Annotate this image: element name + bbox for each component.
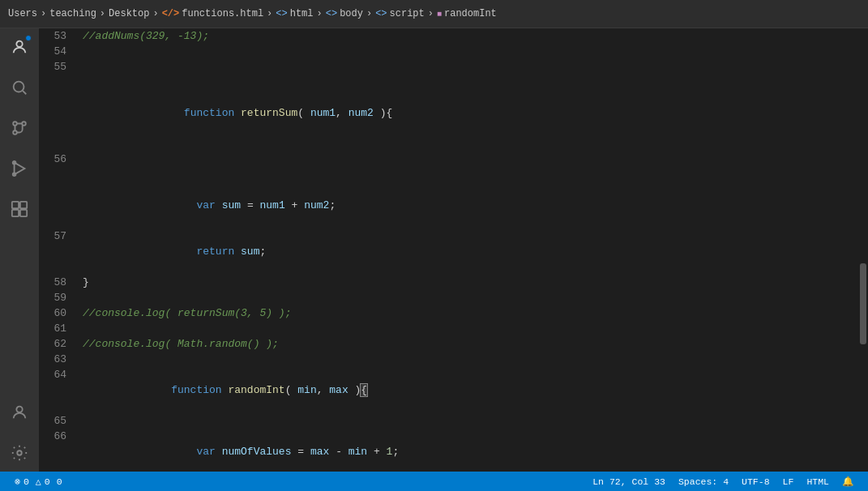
source-control-icon[interactable] xyxy=(7,116,32,140)
code-table: 53 //addNums(329, -13); 54 55 xyxy=(39,28,857,472)
table-row: 66 var numOfValues = max - min + 1; xyxy=(39,429,857,472)
breadcrumb-sep-3: › xyxy=(152,8,158,19)
breadcrumb: Users › teaching › Desktop › </> functio… xyxy=(0,0,868,28)
status-feedback[interactable]: 🔔 xyxy=(836,472,860,491)
fn-icon: ■ xyxy=(437,10,442,19)
status-language[interactable]: HTML xyxy=(800,472,836,491)
status-spaces[interactable]: Spaces: 4 xyxy=(672,472,735,491)
account-icon[interactable] xyxy=(7,400,32,425)
svg-rect-9 xyxy=(12,202,19,208)
extensions-icon[interactable] xyxy=(7,197,32,221)
scrollbar-thumb[interactable] xyxy=(860,263,866,344)
status-errors[interactable]: ⊗ 0 △ 0 0 xyxy=(8,472,69,491)
breadcrumb-item-users[interactable]: Users xyxy=(8,8,37,19)
warning-count: 0 xyxy=(45,476,50,487)
svg-point-5 xyxy=(13,130,17,134)
breadcrumb-sep-2: › xyxy=(100,8,105,19)
table-row: 53 //addNums(329, -13); xyxy=(39,28,857,44)
info-count: 0 xyxy=(57,476,62,487)
status-line-col[interactable]: Ln 72, Col 33 xyxy=(586,472,672,491)
line-ending-text: LF xyxy=(783,476,794,487)
breadcrumb-item-body[interactable]: <> body xyxy=(326,8,363,19)
svg-line-2 xyxy=(23,91,26,94)
warning-icon: △ xyxy=(36,476,41,487)
breadcrumb-item-desktop[interactable]: Desktop xyxy=(109,8,149,19)
breadcrumb-item-html[interactable]: <> html xyxy=(276,8,313,19)
svg-point-0 xyxy=(16,41,22,47)
svg-point-4 xyxy=(22,122,26,126)
code-editor[interactable]: 53 //addNums(329, -13); 54 55 xyxy=(39,28,857,472)
table-row: 62 //console.log( Math.random() ); xyxy=(39,336,857,352)
svg-point-1 xyxy=(14,82,24,92)
error-count: 0 xyxy=(24,476,29,487)
svg-rect-10 xyxy=(20,202,27,208)
breadcrumb-item-file[interactable]: </> functions.html xyxy=(162,8,263,19)
spaces-text: Spaces: 4 xyxy=(678,476,729,487)
table-row: 57 return sum; xyxy=(39,228,857,275)
html-file-icon: </> xyxy=(162,8,180,19)
encoding-text: UTF-8 xyxy=(742,476,770,487)
breadcrumb-item-script[interactable]: <> script xyxy=(375,8,425,19)
feedback-icon: 🔔 xyxy=(842,476,853,487)
breadcrumb-sep-5: › xyxy=(317,8,323,19)
table-row: 64 function randomInt( min, max ){ xyxy=(39,367,857,413)
activity-bar xyxy=(0,28,39,472)
avatar-icon[interactable] xyxy=(7,35,32,59)
table-row: 60 //console.log( returnSum(3, 5) ); xyxy=(39,305,857,321)
table-row: 59 xyxy=(39,290,857,305)
breadcrumb-item-teaching[interactable]: teaching xyxy=(49,8,96,19)
status-line-ending[interactable]: LF xyxy=(776,472,801,491)
svg-rect-12 xyxy=(20,210,27,216)
table-row: 58 } xyxy=(39,275,857,290)
breadcrumb-sep-1: › xyxy=(41,8,46,19)
body-tag-icon: <> xyxy=(326,8,337,19)
breadcrumb-sep-6: › xyxy=(366,8,372,19)
script-tag-icon: <> xyxy=(375,8,387,19)
editor-area: 53 //addNums(329, -13); 54 55 xyxy=(39,28,868,472)
svg-point-3 xyxy=(13,122,17,126)
line-col-text: Ln 72, Col 33 xyxy=(592,476,665,487)
table-row: 61 xyxy=(39,321,857,336)
breadcrumb-sep-7: › xyxy=(428,8,434,19)
error-icon: ⊗ xyxy=(15,476,20,487)
svg-marker-6 xyxy=(15,163,25,175)
scrollbar-track[interactable] xyxy=(857,28,868,472)
table-row: 56 var sum = num1 + num2; xyxy=(39,152,857,228)
settings-icon[interactable] xyxy=(7,441,32,465)
table-row: 55 function returnSum( num1, num2 ){ xyxy=(39,59,857,152)
language-text: HTML xyxy=(806,476,829,487)
breadcrumb-item-randomint[interactable]: ■ randomInt xyxy=(437,8,497,19)
run-debug-icon[interactable] xyxy=(7,156,32,181)
table-row: 63 xyxy=(39,352,857,367)
html-tag-icon: <> xyxy=(276,8,287,19)
status-bar: ⊗ 0 △ 0 0 Ln 72, Col 33 Spaces: 4 UTF-8 … xyxy=(0,472,868,491)
breadcrumb-sep-4: › xyxy=(267,8,272,19)
svg-point-14 xyxy=(17,450,22,455)
search-icon[interactable] xyxy=(7,75,32,100)
status-encoding[interactable]: UTF-8 xyxy=(735,472,776,491)
svg-point-13 xyxy=(16,407,22,412)
table-row: 54 xyxy=(39,44,857,59)
main-content: 53 //addNums(329, -13); 54 55 xyxy=(0,28,868,472)
svg-rect-11 xyxy=(12,210,19,216)
table-row: 65 xyxy=(39,413,857,429)
